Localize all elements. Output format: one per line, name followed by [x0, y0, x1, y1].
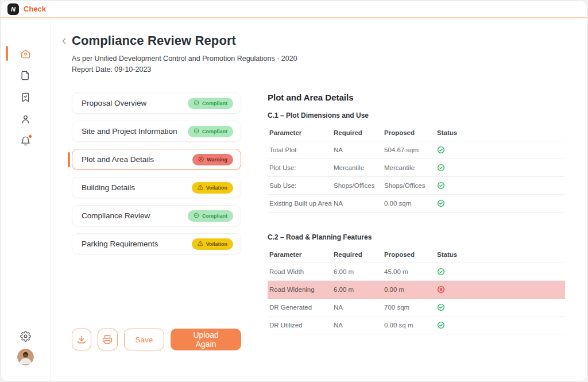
print-button[interactable] — [98, 329, 117, 350]
status-pass-icon — [437, 182, 565, 190]
sidebar-item-home[interactable] — [19, 47, 33, 60]
column-header: Parameter — [269, 251, 334, 258]
avatar-image — [17, 349, 34, 365]
upload-again-button[interactable]: Upload Again — [171, 329, 241, 350]
proposed-cell: 0.00 sqm — [384, 200, 437, 207]
status-pass-icon — [437, 303, 565, 311]
section-card-parking-requirements[interactable]: Parking Requirements Voilation — [72, 233, 241, 254]
sidebar-item-saved-reports[interactable] — [19, 90, 33, 104]
proposed-cell: 0.00 sq m — [384, 322, 437, 329]
chevron-left-icon — [59, 36, 69, 46]
proposed-cell: Shops/Offices — [384, 182, 437, 189]
parameter-cell: DR Generated — [269, 304, 334, 311]
section-card-label: Compliance Review — [82, 211, 150, 220]
status-badge-label: Voilation — [206, 241, 227, 247]
avatar[interactable] — [17, 349, 34, 365]
required-cell: Mercantile — [334, 164, 384, 171]
table-row: Total Plot:NA504.67 sqm — [268, 141, 565, 159]
report-subtitle: As per Unified Development Control and P… — [72, 53, 565, 75]
compliance-table: C.2 – Road & Planning FeaturesParameterR… — [268, 233, 565, 334]
table-section-title: C.2 – Road & Planning Features — [268, 233, 565, 241]
proposed-cell: Mercantile — [384, 164, 437, 171]
main-content: Compliance Review Report As per Unified … — [51, 18, 587, 381]
status-badge-label: Warning — [207, 157, 227, 163]
save-button[interactable]: Save — [124, 329, 165, 350]
section-card-proposal-overview[interactable]: Proposal Overview Compliant — [72, 92, 241, 114]
section-card-label: Site and Project Information — [82, 127, 177, 136]
printer-icon — [102, 334, 113, 345]
status-pass-icon — [437, 199, 565, 207]
parameter-cell: Sub Use: — [269, 182, 334, 189]
sidebar-item-notifications[interactable] — [19, 134, 33, 148]
sidebar-item-profile[interactable] — [19, 112, 33, 126]
back-button[interactable] — [58, 36, 69, 48]
status-badge: Compliant — [188, 210, 233, 222]
proposed-cell: 700 sqm — [384, 304, 437, 311]
file-icon — [20, 70, 31, 81]
logo-glyph: N — [11, 6, 16, 13]
table-row: Plot Use:MercantileMercantile — [268, 159, 565, 177]
section-list: Proposal Overview Compliant Site and Pro… — [72, 92, 241, 254]
parameter-cell: Road Widening — [269, 286, 334, 293]
column-header: Status — [437, 129, 565, 136]
section-card-compliance-review[interactable]: Compliance Review Compliant — [72, 205, 241, 226]
table-row: DR GeneratedNA700 sqm — [268, 299, 565, 317]
app-logo-icon: N — [7, 3, 19, 15]
check-circle-icon — [437, 199, 445, 207]
proposed-cell: 504.67 sqm — [384, 146, 437, 153]
sidebar-item-documents[interactable] — [19, 68, 33, 82]
proposed-cell: 0.00 m — [384, 286, 437, 293]
home-icon — [20, 48, 31, 59]
sidebar — [1, 18, 51, 381]
table-row: Road Width6.00 m45.00 m — [268, 263, 565, 281]
compliance-table: C.1 – Plot Dimensions and UseParameterRe… — [268, 111, 565, 213]
table-header-row: ParameterRequiredProposedStatus — [268, 246, 565, 263]
status-badge-label: Voilation — [206, 185, 227, 191]
brand-name: Check — [24, 5, 46, 13]
required-cell: Shops/Offices — [334, 182, 384, 189]
column-header: Parameter — [269, 129, 334, 136]
check-circle-icon — [437, 268, 445, 276]
user-icon — [20, 114, 31, 125]
status-badge: Voilation — [192, 182, 233, 194]
settings-button[interactable] — [19, 329, 33, 343]
download-button[interactable] — [72, 329, 91, 350]
check-circle-icon — [437, 321, 445, 329]
x-circle-icon — [437, 285, 445, 294]
column-header: Required — [334, 129, 384, 136]
table-row: Road Widening6.00 m0.00 m — [268, 281, 565, 299]
table-row: Existing Built up AreaNA0.00 sqm — [268, 195, 565, 213]
detail-panel-title: Plot and Area Details — [268, 92, 565, 102]
detail-tables: C.1 – Plot Dimensions and UseParameterRe… — [268, 111, 565, 334]
check-circle-icon — [194, 100, 199, 106]
status-badge: Voilation — [192, 238, 233, 250]
section-card-site-and-project-information[interactable]: Site and Project Information Compliant — [72, 121, 241, 142]
parameter-cell: DR Utilized — [269, 322, 334, 329]
check-circle-icon — [437, 146, 445, 154]
status-badge: Compliant — [188, 126, 233, 137]
column-header: Proposed — [384, 251, 437, 258]
bookmark-check-icon — [20, 92, 31, 103]
section-card-building-details[interactable]: Building Details Voilation — [72, 177, 241, 198]
section-card-label: Parking Requirements — [82, 240, 158, 248]
table-row: Sub Use:Shops/OfficesShops/Offices — [268, 177, 565, 195]
status-badge-label: Compliant — [202, 213, 227, 219]
status-pass-icon — [437, 164, 565, 172]
section-card-plot-and-area-details[interactable]: Plot and Area Details Warning — [72, 149, 241, 170]
status-fail-icon — [437, 285, 565, 294]
table-section-title: C.1 – Plot Dimensions and Use — [268, 111, 565, 119]
required-cell: 6.00 m — [334, 286, 384, 293]
proposed-cell: 45.00 m — [384, 268, 437, 275]
check-circle-icon — [437, 164, 445, 172]
parameter-cell: Existing Built up Area — [269, 200, 334, 207]
section-card-label: Proposal Overview — [82, 99, 146, 107]
regulation-text: As per Unified Development Control and P… — [72, 53, 565, 64]
required-cell: NA — [334, 200, 384, 207]
gear-icon — [20, 331, 31, 342]
status-pass-icon — [437, 146, 565, 154]
alert-triangle-icon — [198, 241, 203, 246]
required-cell: 6.00 m — [334, 268, 384, 275]
parameter-cell: Plot Use: — [269, 164, 334, 171]
alert-triangle-icon — [198, 184, 203, 190]
x-circle-icon — [198, 156, 204, 162]
